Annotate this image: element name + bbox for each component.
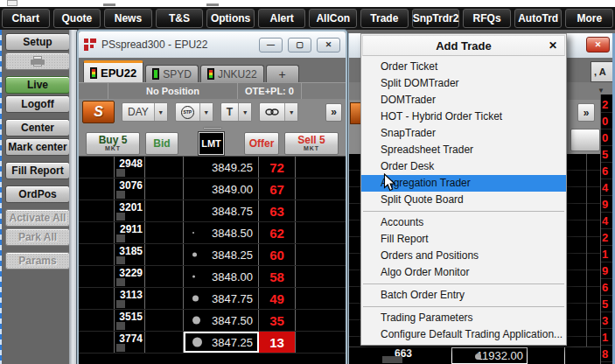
menu-item-orders-and-positions[interactable]: Orders and Positions (361, 248, 566, 264)
sidebar-park-all-button[interactable]: Park All (5, 228, 70, 246)
sell-button[interactable]: Sell 5 MKT (284, 132, 339, 155)
close-icon[interactable]: ✕ (586, 37, 610, 52)
background-expand-button[interactable]: » (577, 103, 595, 122)
ask-qty-cell[interactable]: 63 (259, 200, 296, 221)
order-cell[interactable] (79, 244, 115, 265)
bid-qty-cell[interactable] (145, 200, 184, 221)
order-cell[interactable] (79, 178, 115, 200)
volume-cell[interactable]: 2911 (115, 222, 145, 243)
order-cell[interactable] (296, 200, 346, 221)
volume-cell[interactable]: 3201 (115, 200, 145, 221)
menu-autotrd[interactable]: AutoTrd (514, 9, 563, 28)
ask-qty-cell[interactable]: 35 (259, 310, 296, 331)
background-button-fragment[interactable] (570, 129, 600, 151)
ask-qty-cell[interactable]: 62 (259, 222, 296, 243)
volume-cell[interactable]: 2948 (115, 157, 145, 178)
add-tab-button[interactable]: + (266, 65, 299, 82)
ask-qty-cell[interactable]: 49 (259, 288, 296, 309)
menu-snptrdr2[interactable]: SnpTrdr2 (412, 9, 460, 28)
price-cell[interactable]: 11932.00 (451, 347, 528, 364)
menu-more[interactable]: More (565, 9, 613, 28)
order-cell[interactable] (296, 222, 346, 243)
menu-item-spreadsheet-trader[interactable]: Spreadsheet Trader (361, 142, 566, 158)
ask-qty-cell[interactable]: 72 (259, 157, 296, 178)
menu-item-trading-parameters[interactable]: Trading Parameters (361, 310, 566, 326)
order-cell[interactable] (296, 157, 346, 178)
order-cell[interactable] (79, 266, 115, 287)
order-cell[interactable] (79, 222, 115, 243)
close-icon[interactable]: ✕ (549, 39, 557, 52)
text-type-dropdown[interactable]: T ▼ (220, 102, 252, 122)
menu-item-algo-order-monitor[interactable]: Algo Order Monitor (361, 264, 566, 281)
order-cell[interactable] (79, 200, 115, 221)
sidebar-activate-all-button[interactable]: Activate All (5, 209, 70, 227)
order-cell[interactable] (296, 244, 346, 265)
price-cell[interactable]: 3847.75 (184, 288, 259, 309)
price-cell[interactable]: 3849.00 (184, 178, 259, 200)
sidebar-live-button[interactable]: Live (5, 76, 70, 94)
menu-item-split-domtrader[interactable]: Split DOMTrader (361, 75, 566, 92)
background-last-trade-row[interactable]: 663 11932.00 (349, 346, 615, 364)
order-type-indicator[interactable]: LMT (199, 132, 224, 155)
order-cell[interactable] (79, 332, 115, 353)
tab-spyd[interactable]: SPYD (145, 65, 199, 82)
duration-dropdown[interactable]: DAY ▼ (122, 102, 168, 122)
ask-qty-cell[interactable]: 67 (259, 178, 296, 200)
volume-cell[interactable]: 3113 (115, 288, 145, 309)
price-cell[interactable]: 3849.25 (184, 157, 259, 178)
price-cell[interactable]: 3848.25 (184, 244, 259, 265)
buy-button[interactable]: Buy 5 MKT (86, 132, 140, 155)
menu-item-configure-default-trading-application[interactable]: Configure Default Trading Application... (361, 326, 566, 343)
order-cell[interactable] (79, 288, 115, 309)
menu-item-batch-order-entry[interactable]: Batch Order Entry (361, 287, 566, 304)
chevron-down-icon[interactable]: ▼ (598, 87, 605, 94)
volume-cell[interactable]: 3229 (115, 266, 145, 287)
tab-jnku22[interactable]: JNKU22 (200, 65, 264, 82)
menu-chart[interactable]: Chart (2, 9, 50, 28)
menu-item-snaptrader[interactable]: SnapTrader (361, 125, 566, 142)
bid-qty-cell[interactable] (145, 157, 184, 178)
bid-button[interactable]: Bid (145, 132, 178, 155)
context-menu-header[interactable]: Add Trade ✕ (362, 35, 565, 56)
price-cell[interactable]: 3847.50 (184, 310, 259, 331)
bid-qty-cell[interactable] (145, 222, 184, 243)
menu-item-order-ticket[interactable]: Order Ticket (361, 59, 566, 75)
stop-type-dropdown[interactable]: STP ▼ (175, 102, 213, 122)
toolbar-expand-button[interactable]: » (325, 103, 342, 122)
menu-news[interactable]: News (104, 9, 152, 28)
menu-rfqs[interactable]: RFQs (463, 9, 511, 28)
bid-qty-cell[interactable] (145, 288, 184, 309)
menu-item-accounts[interactable]: Accounts (361, 214, 566, 231)
ask-qty-cell[interactable]: 13 (259, 332, 296, 353)
order-cell[interactable] (79, 157, 115, 178)
volume-cell[interactable]: 3774 (115, 332, 145, 353)
sidebar-fill-report-button[interactable]: Fill Report (5, 162, 70, 179)
menu-quote[interactable]: Quote (53, 9, 101, 28)
order-cell[interactable] (296, 266, 346, 287)
price-cell[interactable]: 3848.50 (184, 222, 259, 243)
background-window-tab-fragment[interactable]: , A (591, 61, 615, 82)
sidebar-mark-center-button[interactable]: Mark center (5, 138, 70, 156)
link-dropdown[interactable]: ▼ (259, 102, 298, 122)
sidebar-print-button[interactable] (5, 52, 70, 70)
order-cell[interactable] (296, 178, 346, 200)
menu-ts[interactable]: T&S (156, 9, 204, 28)
order-cell[interactable] (296, 310, 346, 331)
sidebar-center-button[interactable]: Center (5, 119, 70, 136)
menu-item-fill-report[interactable]: Fill Report (361, 231, 566, 248)
window-titlebar[interactable]: PSspread300 - EPU22 — ▢ ✕ (79, 32, 346, 58)
menu-trade[interactable]: Trade (360, 9, 409, 28)
sidebar-ordpos-button[interactable]: OrdPos (5, 186, 70, 203)
order-cell[interactable] (296, 332, 346, 353)
price-cell[interactable]: 3848.75 (184, 200, 259, 221)
sidebar-logoff-button[interactable]: Logoff (5, 95, 70, 113)
menu-options[interactable]: Options (206, 9, 255, 28)
menu-alert[interactable]: Alert (258, 9, 306, 28)
close-icon[interactable]: ✕ (317, 38, 340, 52)
bid-qty-cell[interactable] (145, 310, 184, 331)
restore-icon[interactable]: ▢ (288, 38, 311, 52)
bid-qty-cell[interactable] (145, 266, 184, 287)
menu-item-hot-hybrid-order-ticket[interactable]: HOT - Hybrid Order Ticket (361, 108, 566, 125)
menu-allcon[interactable]: AllCon (309, 9, 357, 28)
tab-epu22[interactable]: EPU22 (83, 60, 143, 82)
